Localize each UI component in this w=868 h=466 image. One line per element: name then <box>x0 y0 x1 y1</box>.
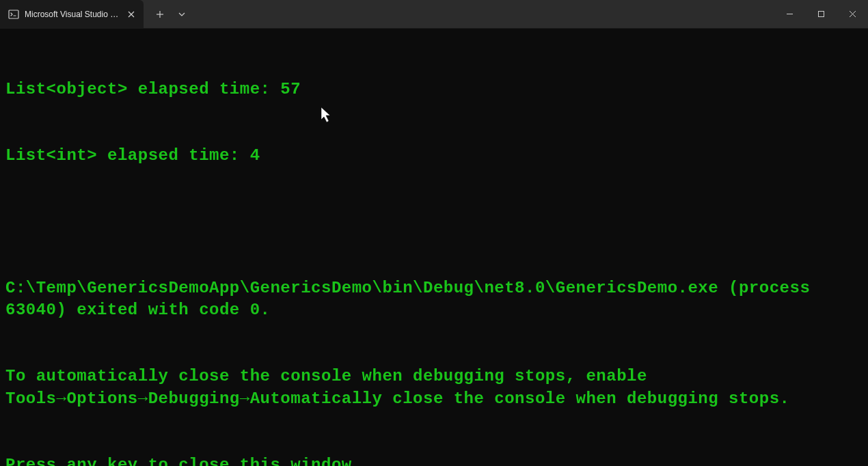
terminal-icon <box>8 9 19 20</box>
console-line: List<object> elapsed time: 57 <box>5 79 863 100</box>
window-controls <box>774 0 868 28</box>
svg-rect-7 <box>818 12 824 17</box>
console-line: To automatically close the console when … <box>5 366 863 410</box>
console-line: Press any key to close this window . . . <box>5 454 863 466</box>
minimize-button[interactable] <box>774 0 805 28</box>
titlebar-actions <box>149 3 193 25</box>
new-tab-button[interactable] <box>149 3 171 25</box>
svg-rect-0 <box>9 10 18 18</box>
close-window-button[interactable] <box>837 0 868 28</box>
console-line: C:\Temp\GenericsDemoApp\GenericsDemo\bin… <box>5 277 863 322</box>
maximize-button[interactable] <box>805 0 837 28</box>
console-line: List<int> elapsed time: 4 <box>5 145 863 167</box>
titlebar: Microsoft Visual Studio Debug <box>0 0 868 29</box>
tab[interactable]: Microsoft Visual Studio Debug <box>0 0 144 28</box>
tab-title: Microsoft Visual Studio Debug <box>25 10 119 19</box>
tab-close-button[interactable] <box>124 8 138 21</box>
console-output[interactable]: List<object> elapsed time: 57 List<int> … <box>0 29 868 466</box>
blank-line <box>5 211 863 233</box>
tab-dropdown-button[interactable] <box>171 3 193 25</box>
titlebar-left: Microsoft Visual Studio Debug <box>0 0 193 28</box>
